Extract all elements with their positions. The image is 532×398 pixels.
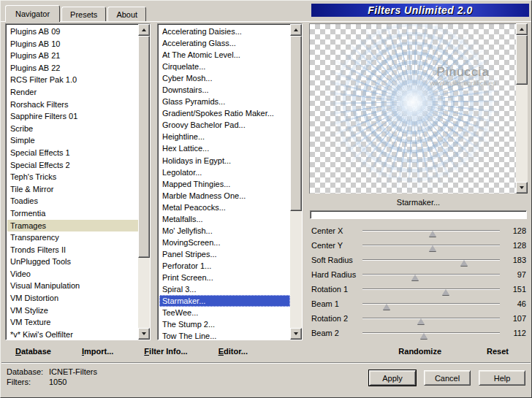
- param-slider[interactable]: [361, 296, 504, 310]
- slider-thumb[interactable]: [429, 231, 436, 237]
- filter-item[interactable]: Mo' Jellyfish...: [159, 225, 290, 237]
- param-slider[interactable]: [361, 238, 504, 252]
- cancel-button[interactable]: Cancel: [424, 370, 471, 386]
- scroll-track[interactable]: [516, 35, 528, 182]
- param-slider[interactable]: [361, 267, 504, 281]
- randomize-button[interactable]: Randomize: [398, 347, 441, 356]
- category-item[interactable]: Scribe: [7, 123, 138, 135]
- param-slider[interactable]: [361, 326, 504, 340]
- category-item[interactable]: Toadies: [7, 195, 138, 207]
- category-item[interactable]: Render: [7, 86, 138, 99]
- filter-item[interactable]: TeeWee...: [159, 307, 290, 318]
- slider-track[interactable]: [362, 318, 500, 318]
- param-slider[interactable]: [361, 311, 504, 325]
- filter-item[interactable]: Gradient/Spokes Ratio Maker...: [159, 107, 290, 119]
- category-scrollbar[interactable]: [138, 24, 150, 340]
- category-item[interactable]: VM Distortion: [7, 292, 138, 305]
- filter-item[interactable]: Glass Pyramids...: [159, 96, 290, 107]
- category-item[interactable]: Plugins AB 09: [7, 26, 138, 38]
- category-item[interactable]: VM Texture: [7, 316, 138, 329]
- filter-item[interactable]: The Stump 2...: [159, 318, 290, 330]
- filter-item[interactable]: Hex Lattice...: [159, 142, 290, 154]
- filter-item[interactable]: Panel Stripes...: [159, 248, 290, 260]
- category-item[interactable]: Plugins AB 10: [7, 38, 138, 50]
- preview-scrollbar[interactable]: [516, 23, 528, 194]
- filter-item[interactable]: Cyber Mosh...: [159, 72, 290, 84]
- filter-item[interactable]: Heightline...: [159, 131, 290, 142]
- slider-track[interactable]: [362, 332, 500, 333]
- slider-track[interactable]: [362, 259, 500, 260]
- slider-thumb[interactable]: [420, 333, 428, 339]
- category-item[interactable]: Simple: [7, 134, 138, 147]
- scroll-up-button[interactable]: [138, 24, 150, 36]
- category-item[interactable]: Rorshack Filters: [7, 99, 138, 111]
- scroll-thumb[interactable]: [138, 36, 150, 258]
- filter-info-button[interactable]: Filter Info...: [144, 347, 187, 356]
- scroll-thumb[interactable]: [516, 35, 528, 85]
- filter-item[interactable]: Accelerating Glass...: [159, 37, 290, 49]
- filter-item[interactable]: Downstairs...: [159, 84, 290, 96]
- scroll-track[interactable]: [290, 36, 302, 328]
- scroll-down-button[interactable]: [516, 182, 528, 194]
- category-item[interactable]: Plugins AB 21: [7, 50, 138, 62]
- category-item[interactable]: UnPlugged Tools: [7, 256, 138, 268]
- filter-item[interactable]: Metalfalls...: [159, 213, 290, 225]
- slider-thumb[interactable]: [460, 260, 468, 266]
- filter-item[interactable]: Cirquelate...: [159, 61, 290, 72]
- category-item[interactable]: *v* Kiwi's Oelfilter: [7, 329, 138, 340]
- tab-presets[interactable]: Presets: [61, 7, 106, 21]
- category-item[interactable]: Tormentia: [7, 207, 138, 220]
- filter-item[interactable]: Legolator...: [159, 167, 290, 178]
- param-slider[interactable]: [361, 223, 504, 237]
- scroll-thumb[interactable]: [290, 36, 302, 211]
- import-button[interactable]: Import...: [82, 347, 113, 356]
- filter-item[interactable]: At The Atomic Level...: [159, 49, 290, 61]
- scroll-up-button[interactable]: [516, 23, 528, 35]
- category-item[interactable]: Transparency: [7, 231, 138, 244]
- help-button[interactable]: Help: [479, 370, 525, 386]
- slider-thumb[interactable]: [429, 245, 436, 251]
- filter-item[interactable]: Perforator 1...: [159, 260, 290, 272]
- slider-thumb[interactable]: [383, 304, 390, 310]
- slider-thumb[interactable]: [411, 275, 419, 280]
- filter-scrollbar[interactable]: [290, 24, 302, 340]
- category-item[interactable]: Video: [7, 268, 138, 280]
- database-button[interactable]: Database: [15, 347, 51, 356]
- slider-thumb[interactable]: [417, 318, 425, 324]
- filter-item[interactable]: Print Screen...: [159, 272, 290, 283]
- editor-button[interactable]: Editor...: [218, 347, 248, 356]
- category-item[interactable]: Sapphire Filters 01: [7, 110, 138, 123]
- filter-item[interactable]: Groovy Bachelor Pad...: [159, 119, 290, 131]
- slider-thumb[interactable]: [442, 289, 449, 295]
- scroll-down-button[interactable]: [290, 328, 302, 340]
- apply-button[interactable]: Apply: [369, 370, 416, 386]
- category-item[interactable]: RCS Filter Pak 1.0: [7, 74, 138, 86]
- filter-item[interactable]: Holidays in Egypt...: [159, 155, 290, 167]
- filter-item[interactable]: Mapped Thingies...: [159, 178, 290, 190]
- slider-track[interactable]: [362, 274, 500, 275]
- scroll-down-button[interactable]: [138, 328, 150, 340]
- tab-about[interactable]: About: [107, 7, 146, 21]
- filter-item[interactable]: Metal Peacocks...: [159, 202, 290, 213]
- filter-item[interactable]: Marble Madness One...: [159, 190, 290, 202]
- category-item[interactable]: VM Stylize: [7, 305, 138, 317]
- category-item[interactable]: Tile & Mirror: [7, 183, 138, 196]
- tab-navigator[interactable]: Navigator: [5, 5, 60, 22]
- filter-item[interactable]: Accelerating Daisies...: [159, 26, 290, 37]
- category-item[interactable]: Tronds Filters II: [7, 244, 138, 256]
- filter-item[interactable]: MovingScreen...: [159, 237, 290, 248]
- category-item[interactable]: Teph's Tricks: [7, 171, 138, 183]
- param-slider[interactable]: [361, 282, 504, 296]
- scroll-track[interactable]: [138, 36, 150, 328]
- slider-track[interactable]: [362, 288, 500, 289]
- param-slider[interactable]: [361, 253, 504, 267]
- category-item[interactable]: Plugins AB 22: [7, 62, 138, 74]
- category-item[interactable]: Special Effects 2: [7, 159, 138, 172]
- scroll-up-button[interactable]: [290, 24, 302, 36]
- category-item[interactable]: Visual Manipulation: [7, 280, 138, 292]
- filter-item[interactable]: Starmaker...: [159, 295, 290, 307]
- reset-button[interactable]: Reset: [487, 347, 509, 356]
- category-item[interactable]: Special Effects 1: [7, 147, 138, 159]
- category-item[interactable]: Tramages: [7, 220, 138, 232]
- filter-item[interactable]: Tow The Line...: [159, 330, 290, 340]
